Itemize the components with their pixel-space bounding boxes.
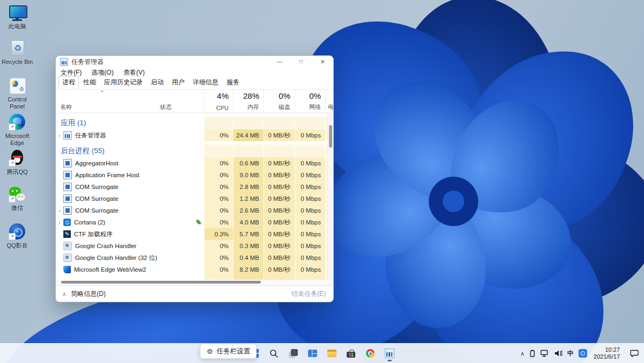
details-chevron-icon[interactable]: ∧ (62, 291, 66, 297)
column-status[interactable]: 状态 (156, 90, 204, 113)
column-cpu[interactable]: 4% CPU (204, 90, 233, 113)
tab-performance[interactable]: 性能 (79, 76, 100, 89)
column-name[interactable]: ^ 名称 (56, 90, 156, 113)
disk-cell: 0 MB/秒 (264, 205, 295, 216)
expand-chevron-icon[interactable] (56, 220, 63, 226)
vertical-scrollbar[interactable] (327, 113, 333, 280)
network-display-icon[interactable] (540, 350, 550, 357)
desktop-icon-this-pc[interactable]: 此电脑 (0, 3, 34, 30)
desktop-icon-label: 微信 (0, 205, 34, 212)
microsoft-store-icon (347, 350, 355, 358)
file-explorer-button[interactable] (323, 345, 340, 362)
desktop-icon-wechat[interactable]: ↗ 微信 (0, 185, 34, 212)
process-row[interactable]: COM Surrogate 0% 2.6 MB 0 MB/秒 0 Mbps (56, 205, 333, 216)
disk-total-percent: 0% (279, 91, 290, 100)
status-cell (156, 228, 204, 240)
task-view-button[interactable] (284, 345, 302, 362)
taskbar-settings-label: 任务栏设置 (217, 347, 251, 356)
cpu-cell: 0% (204, 169, 233, 181)
process-row[interactable]: CTF 加载程序 0.3% 5.7 MB 0 MB/秒 0 Mbps (56, 228, 333, 240)
process-row[interactable]: COM Surrogate 0% 1.2 MB 0 MB/秒 0 Mbps (56, 193, 333, 205)
column-power[interactable]: 电 (325, 90, 333, 113)
qq-icon: ↗ (8, 149, 26, 167)
process-icon (63, 159, 72, 168)
horizontal-scrollbar[interactable] (56, 280, 333, 285)
process-row-cortana[interactable]: Cortana (2) 0% 4.0 MB 0 MB/秒 0 Mbps (56, 216, 333, 228)
process-name: AggregatorHost (75, 160, 119, 166)
taskbar-settings-popup[interactable]: ⚙ 任务栏设置 (200, 344, 257, 359)
notification-center-icon[interactable] (630, 350, 639, 357)
process-row[interactable]: Google Crash Handler 0% 0.3 MB 0 MB/秒 0 … (56, 240, 333, 252)
tab-users[interactable]: 用户 (168, 76, 188, 89)
usb-device-icon[interactable] (529, 350, 536, 358)
title-bar[interactable]: 任务管理器 — □ ✕ (56, 56, 333, 68)
group-row-apps[interactable]: 应用 (1) (56, 117, 333, 129)
process-name: Google Crash Handler (32 位) (75, 254, 157, 262)
chrome-button[interactable] (362, 345, 379, 362)
status-cell (156, 205, 204, 216)
tab-app-history[interactable]: 应用历史记录 (100, 76, 147, 89)
fewer-details-toggle[interactable]: 简略信息(D) (71, 289, 106, 299)
process-name: COM Surrogate (75, 207, 119, 214)
desktop-icon-label: Microsoft Edge (0, 133, 34, 146)
desktop-icon-microsoft-edge[interactable]: ↗ Microsoft Edge (0, 113, 34, 146)
desktop-icon-tencent-qq[interactable]: ↗ 腾讯QQ (0, 149, 34, 176)
hidden-icons-chevron[interactable]: ∧ (521, 351, 524, 357)
process-row[interactable]: AggregatorHost 0% 0.6 MB 0 MB/秒 0 Mbps (56, 157, 333, 169)
search-button[interactable] (265, 345, 282, 362)
cpu-cell: 0% (204, 205, 233, 216)
disk-cell: 0 MB/秒 (264, 193, 295, 205)
cpu-total-percent: 4% (217, 91, 229, 100)
process-row[interactable]: Microsoft Edge WebView2 0% 8.2 MB 0 MB/秒… (56, 264, 333, 275)
desktop-icon-qq-player[interactable]: ↗ QQ影音 (0, 222, 34, 249)
column-network[interactable]: 0% 网络 (295, 90, 325, 113)
expand-chevron-icon[interactable] (56, 208, 63, 214)
column-disk[interactable]: 0% 磁盘 (264, 90, 295, 113)
group-row-background[interactable]: 后台进程 (55) (56, 144, 333, 157)
close-button[interactable]: ✕ (312, 56, 333, 68)
network-cell: 0 Mbps (295, 264, 325, 275)
network-cell: 0 Mbps (295, 252, 325, 264)
minimize-button[interactable]: — (269, 56, 290, 68)
maximize-button[interactable]: □ (290, 56, 312, 68)
process-row[interactable]: Application Frame Host 0% 9.0 MB 0 MB/秒 … (56, 169, 333, 181)
suspended-leaf-icon (196, 219, 201, 224)
process-row[interactable]: Google Crash Handler (32 位) 0% 0.4 MB 0 … (56, 252, 333, 264)
tray-app-icon[interactable] (579, 349, 587, 358)
tab-processes[interactable]: 进程 (58, 76, 79, 89)
vertical-scrollbar-thumb[interactable] (329, 125, 332, 148)
desktop-icon-recycle-bin[interactable]: ♻ Recycle Bin (0, 39, 34, 66)
task-manager-app-icon (60, 58, 68, 66)
desktop-icon-control-panel[interactable]: ⚙ Control Panel (0, 76, 34, 110)
cpu-cell: 0% (204, 216, 233, 228)
task-manager-taskbar-button[interactable] (381, 345, 398, 362)
tab-startup[interactable]: 启动 (147, 76, 167, 89)
disk-cell: 0 MB/秒 (264, 157, 295, 169)
process-row[interactable]: 任务管理器 0% 24.4 MB 0 MB/秒 0 Mbps (56, 129, 333, 141)
network-cell: 0 Mbps (295, 193, 325, 205)
task-manager-process-icon (63, 131, 72, 140)
horizontal-scrollbar-thumb[interactable] (61, 281, 261, 284)
desktop-icon-label: QQ影音 (0, 242, 34, 249)
ime-language-indicator[interactable]: 中 (567, 349, 574, 358)
memory-cell: 2.6 MB (233, 205, 264, 216)
disk-cell: 0 MB/秒 (264, 264, 295, 275)
status-cell (156, 193, 204, 205)
recycle-bin-icon: ♻ (8, 39, 26, 57)
column-name-label: 名称 (60, 103, 72, 111)
tab-services[interactable]: 服务 (223, 76, 243, 89)
status-cell (156, 157, 204, 169)
shortcut-arrow-icon: ↗ (9, 124, 16, 130)
volume-icon[interactable] (554, 350, 562, 357)
tab-details[interactable]: 详细信息 (189, 76, 222, 89)
microsoft-store-button[interactable] (342, 345, 360, 362)
expand-chevron-icon[interactable] (56, 133, 63, 139)
end-task-button[interactable]: 结束任务(E) (291, 289, 326, 299)
network-cell: 0 Mbps (295, 240, 325, 252)
widgets-button[interactable] (304, 345, 321, 362)
process-row[interactable]: COM Surrogate 0% 2.8 MB 0 MB/秒 0 Mbps (56, 181, 333, 193)
column-memory[interactable]: 28% 内存 (233, 90, 264, 113)
crash-handler-icon (63, 253, 72, 262)
sort-ascending-icon: ^ (101, 90, 104, 96)
taskbar-clock[interactable]: 10:27 2021/6/17 (594, 346, 620, 360)
